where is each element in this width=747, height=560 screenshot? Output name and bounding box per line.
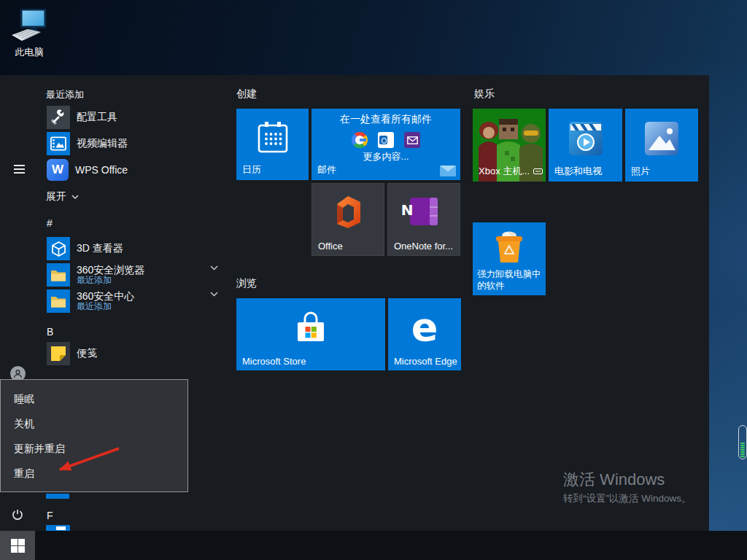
outlook-icon xyxy=(378,132,394,148)
cube-icon xyxy=(52,241,66,257)
movies-icon xyxy=(569,122,603,155)
group-header-browse: 浏览 xyxy=(236,277,257,290)
power-option-update-restart[interactable]: 更新并重启 xyxy=(1,437,187,462)
memory-gauge-widget xyxy=(738,425,747,459)
tile-label: Xbox 主机... xyxy=(479,165,530,178)
tile-label: Office xyxy=(318,241,343,252)
office-icon xyxy=(333,195,363,229)
power-icon xyxy=(12,509,23,521)
partial-app-icon xyxy=(46,494,69,499)
tile-label: 照片 xyxy=(631,165,650,178)
tile-xbox[interactable]: Xbox 主机... xyxy=(473,109,546,182)
app-sublabel: 最近添加 xyxy=(77,276,144,286)
section-b[interactable]: B xyxy=(47,326,53,338)
app-label: 3D 查看器 xyxy=(77,242,123,255)
envelope-icon xyxy=(440,166,456,176)
tile-onenote[interactable]: N OneNote for... xyxy=(387,183,460,256)
desktop: 此电脑 最近添加 xyxy=(0,0,747,560)
xbox-console-icon xyxy=(533,168,543,174)
folder-tile xyxy=(47,263,70,287)
chevron-down-icon[interactable] xyxy=(210,292,218,297)
folder-icon xyxy=(50,268,66,281)
app-label: 360安全浏览器 xyxy=(77,264,144,276)
power-option-shutdown[interactable]: 关机 xyxy=(1,412,187,437)
section-hash[interactable]: # xyxy=(47,217,53,229)
app-item-video-editor[interactable]: 视频编辑器 xyxy=(47,132,128,155)
tile-label: 电影和电视 xyxy=(554,165,602,178)
calendar-icon xyxy=(256,122,290,154)
app-item-wps-office[interactable]: W WPS Office xyxy=(47,158,128,182)
tile-movies-tv[interactable]: 电影和电视 xyxy=(549,109,622,182)
start-button[interactable] xyxy=(0,531,35,560)
wrench-icon xyxy=(50,109,66,125)
tile-photos[interactable]: 照片 xyxy=(625,109,698,182)
expand-toggle[interactable]: 展开 xyxy=(46,190,79,203)
store-bag-icon xyxy=(290,306,331,346)
expand-label: 展开 xyxy=(46,190,66,203)
config-tools-tile xyxy=(47,106,70,129)
app-label: 视频编辑器 xyxy=(77,137,128,150)
partial-app-icon xyxy=(46,525,70,531)
tile-microsoft-edge[interactable]: e Microsoft Edge xyxy=(388,298,461,370)
app-item-360-browser[interactable]: 360安全浏览器 最近添加 xyxy=(47,262,144,288)
folder-icon xyxy=(50,295,66,308)
power-option-sleep[interactable]: 睡眠 xyxy=(1,387,187,412)
person-icon xyxy=(13,369,23,378)
app-label: WPS Office xyxy=(75,164,128,176)
mail-headline: 在一处查看所有邮件 xyxy=(311,113,460,126)
video-icon xyxy=(50,136,67,151)
photos-icon xyxy=(645,122,678,155)
wps-office-tile: W xyxy=(47,159,69,181)
video-editor-tile xyxy=(47,132,70,155)
recent-header: 最近添加 xyxy=(46,88,84,101)
onenote-glyph: N xyxy=(394,201,420,219)
tile-label: Microsoft Edge xyxy=(394,356,457,367)
app-label: 配置工具 xyxy=(77,111,117,124)
app-item-360-center[interactable]: 360安全中心 最近添加 xyxy=(47,288,134,314)
power-button[interactable] xyxy=(12,509,23,524)
desktop-icon-this-pc[interactable]: 此电脑 xyxy=(6,9,53,61)
sticky-notes-tile xyxy=(47,342,70,365)
tile-office[interactable]: Office xyxy=(311,183,384,256)
tile-label: Microsoft Store xyxy=(242,356,306,367)
tile-uninstaller[interactable]: 强力卸载电脑中的软件 xyxy=(473,222,546,295)
app-item-3d-viewer[interactable]: 3D 查看器 xyxy=(47,237,123,260)
app-item-sticky-notes[interactable]: 便笺 xyxy=(47,342,97,365)
chevron-down-icon[interactable] xyxy=(210,265,218,271)
tile-label: 强力卸载电脑中的软件 xyxy=(477,268,544,292)
computer-icon xyxy=(10,9,48,42)
app-label: 360安全中心 xyxy=(77,290,134,302)
power-flyout: 睡眠 关机 更新并重启 重启 xyxy=(0,379,188,492)
tile-mail[interactable]: 在一处查看所有邮件 更多内容... 邮件 xyxy=(311,109,460,180)
tile-label: OneNote for... xyxy=(394,241,453,252)
hamburger-menu-icon[interactable] xyxy=(14,165,25,176)
chevron-down-icon xyxy=(71,195,79,199)
tile-microsoft-store[interactable]: Microsoft Store xyxy=(236,298,385,370)
tile-calendar[interactable]: 日历 xyxy=(236,109,309,180)
tile-label: 邮件 xyxy=(317,163,336,176)
wps-glyph: W xyxy=(52,163,63,177)
windows-logo-icon xyxy=(11,539,25,553)
group-header-entertainment: 娱乐 xyxy=(474,88,495,101)
section-f[interactable]: F xyxy=(47,510,53,521)
folder-tile xyxy=(47,289,70,313)
desktop-icon-label: 此电脑 xyxy=(6,46,53,59)
mail-more-text: 更多内容... xyxy=(311,150,460,163)
tile-label: 日历 xyxy=(242,163,261,176)
app-item-config-tools[interactable]: 配置工具 xyxy=(47,106,117,129)
taskbar xyxy=(0,531,747,560)
trash-bin-icon xyxy=(491,228,527,265)
3d-viewer-tile xyxy=(47,237,70,260)
mail-account-icon xyxy=(404,132,420,148)
sticky-note-icon xyxy=(51,346,66,361)
app-sublabel: 最近添加 xyxy=(77,302,134,312)
group-header-create: 创建 xyxy=(236,88,257,101)
edge-icon: e xyxy=(388,300,461,354)
power-option-restart[interactable]: 重启 xyxy=(1,462,187,486)
google-icon xyxy=(352,132,368,148)
app-label: 便笺 xyxy=(77,347,97,360)
